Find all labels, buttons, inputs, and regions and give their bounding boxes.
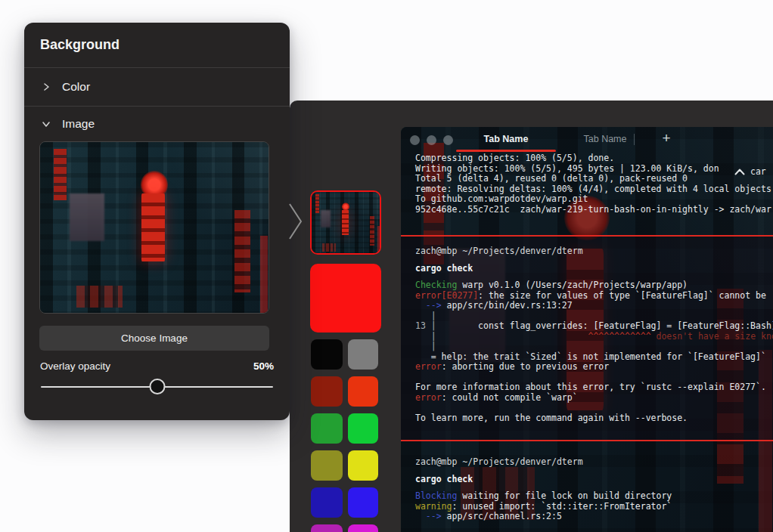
command-block-error: zach@mbp ~/Projects/denver/dterm cargo c… bbox=[401, 235, 773, 441]
neon-sign-edge bbox=[377, 226, 380, 253]
sky-patch bbox=[321, 210, 331, 227]
terminal-line: | ^^^^^^^^^^^^ doesn't have a size kno bbox=[415, 332, 773, 342]
git-output-block: Compressing objects: 100% (5/5), done.Wr… bbox=[415, 153, 771, 215]
neon-sign-right bbox=[234, 210, 250, 292]
swatch-dark-red[interactable] bbox=[311, 376, 343, 407]
swatch-purple-magenta[interactable] bbox=[311, 524, 343, 532]
terminal-line: error: aborting due to previous error bbox=[415, 362, 773, 373]
window-control-dot[interactable] bbox=[427, 135, 436, 145]
background-panel: Background Color Image Choose Image bbox=[24, 23, 290, 420]
neon-sign-center bbox=[141, 193, 164, 261]
terminal-line: Total 5 (delta 4), reused 0 (delta 0), p… bbox=[415, 174, 771, 184]
swatch-navy-blue[interactable] bbox=[311, 487, 343, 518]
tab-active[interactable]: Tab Name bbox=[456, 127, 556, 151]
terminal-line: error: could not compile `warp` bbox=[415, 393, 773, 404]
window-control-dot[interactable] bbox=[410, 135, 420, 145]
panel-pointer-notch bbox=[289, 203, 304, 240]
swatch-bright-green[interactable] bbox=[348, 413, 378, 444]
swatch-image-thumbnail[interactable] bbox=[310, 190, 381, 255]
terminal-line: Checking warp v0.1.0 (/Users/zach/Projec… bbox=[415, 280, 773, 291]
terminal-prompt: zach@mbp ~/Projects/denver/dterm bbox=[415, 246, 773, 257]
choose-image-button[interactable]: Choose Image bbox=[39, 326, 269, 351]
command-block-warning: zach@mbp ~/Projects/denver/dterm cargo c… bbox=[415, 457, 672, 532]
active-tab-underline bbox=[456, 150, 556, 152]
scroll-to-command-hint[interactable]: car bbox=[734, 166, 766, 177]
terminal-line: 952c468e..55c7c21c zach/war-219-turn-bas… bbox=[415, 205, 771, 215]
terminal-line bbox=[415, 373, 773, 383]
chevron-right-icon bbox=[42, 82, 51, 91]
terminal-line: warning: unused import: `std::iter::From… bbox=[415, 502, 672, 512]
terminal-line: To github.com:warpdotdev/warp.git bbox=[415, 194, 771, 205]
terminal-line: 13 | const flag_overrides: [FeatureFlag]… bbox=[415, 321, 773, 332]
neon-sign-left bbox=[54, 149, 67, 200]
panel-title: Background bbox=[24, 23, 290, 67]
cyberpunk-city-image bbox=[40, 142, 269, 313]
section-color[interactable]: Color bbox=[24, 68, 290, 106]
neon-sign-center bbox=[342, 210, 349, 234]
terminal-line: error[E0277]: the size for values of typ… bbox=[415, 291, 773, 302]
cyberpunk-city-image bbox=[312, 192, 380, 253]
screenshot-root: Tab Name Tab Name + Compressing objects:… bbox=[0, 0, 773, 532]
section-image[interactable]: Image bbox=[24, 107, 290, 141]
section-image-label: Image bbox=[62, 117, 95, 131]
neon-sign-right bbox=[370, 216, 374, 246]
terminal-line: | bbox=[415, 311, 773, 322]
terminal-line: --> app/src/channel.rs:2:5 bbox=[415, 512, 672, 522]
background-image-preview bbox=[39, 141, 269, 314]
new-tab-button[interactable]: + bbox=[655, 127, 678, 151]
swatch-gray[interactable] bbox=[348, 339, 378, 370]
neon-sign-bottom bbox=[322, 243, 336, 252]
swatch-olive[interactable] bbox=[311, 450, 343, 481]
window-control-dot[interactable] bbox=[443, 135, 453, 145]
swatch-red-large[interactable] bbox=[310, 264, 381, 332]
terminal-line: To learn more, run the command again wit… bbox=[415, 413, 773, 424]
sky-patch bbox=[70, 193, 104, 241]
terminal-preview-window: Tab Name Tab Name + Compressing objects:… bbox=[401, 127, 773, 532]
chevron-down-icon bbox=[42, 119, 51, 128]
background-swatch-list bbox=[310, 190, 384, 532]
terminal-line: | bbox=[415, 342, 773, 352]
terminal-line: --> app/src/bin/dev.rs:13:27 bbox=[415, 301, 773, 311]
scroll-hint-label: car bbox=[750, 166, 766, 177]
overlay-opacity-value: 50% bbox=[253, 360, 274, 372]
swatch-grid bbox=[311, 339, 384, 532]
command-output: Blocking waiting for file lock on build … bbox=[415, 491, 672, 532]
swatch-orange-red[interactable] bbox=[348, 376, 378, 407]
overlay-opacity-slider[interactable] bbox=[41, 379, 273, 395]
terminal-line: Compressing objects: 100% (5/5), done. bbox=[415, 153, 771, 164]
swatch-magenta[interactable] bbox=[348, 524, 378, 532]
terminal-line: For more information about this error, t… bbox=[415, 382, 773, 393]
terminal-line: remote: Resolving deltas: 100% (4/4), co… bbox=[415, 184, 771, 195]
section-color-label: Color bbox=[62, 80, 90, 94]
neon-sign-left bbox=[315, 194, 319, 212]
chevron-up-icon bbox=[734, 169, 745, 175]
neon-sign-bottom bbox=[76, 286, 122, 308]
terminal-line bbox=[415, 522, 672, 532]
neon-sign-circle bbox=[342, 203, 350, 211]
overlay-opacity-label: Overlay opacity bbox=[40, 360, 110, 372]
terminal-line: Blocking waiting for file lock on build … bbox=[415, 491, 672, 502]
terminal-prompt: zach@mbp ~/Projects/denver/dterm bbox=[415, 457, 672, 468]
swatch-blue[interactable] bbox=[348, 487, 378, 518]
terminal-line: Writing objects: 100% (5/5), 495 bytes |… bbox=[415, 164, 771, 175]
command-output: Checking warp v0.1.0 (/Users/zach/Projec… bbox=[415, 280, 773, 423]
terminal-command: cargo check bbox=[415, 475, 672, 485]
terminal-line: = help: the trait `Sized` is not impleme… bbox=[415, 352, 773, 363]
appearance-settings-window: Tab Name Tab Name + Compressing objects:… bbox=[290, 101, 773, 532]
tab-inactive[interactable]: Tab Name bbox=[556, 127, 654, 151]
tab-divider bbox=[634, 134, 635, 145]
neon-sign-edge bbox=[260, 236, 269, 313]
swatch-green[interactable] bbox=[311, 413, 343, 444]
swatch-black[interactable] bbox=[311, 339, 343, 370]
terminal-line bbox=[415, 403, 773, 413]
overlay-opacity-row: Overlay opacity 50% bbox=[40, 360, 274, 372]
terminal-tab-bar: Tab Name Tab Name + bbox=[401, 127, 773, 153]
swatch-yellow[interactable] bbox=[348, 450, 378, 481]
slider-knob[interactable] bbox=[149, 379, 165, 394]
terminal-command: cargo check bbox=[415, 264, 773, 274]
